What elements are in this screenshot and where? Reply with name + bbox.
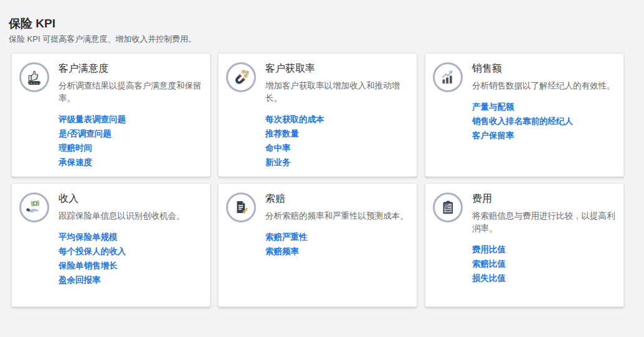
card-description: 跟踪保险单信息以识别创收机会。 [59,210,202,222]
kpi-link[interactable]: 平均保险单规模 [59,230,202,244]
card-title: 索赔 [265,192,409,206]
kpi-link[interactable]: 产量与配额 [472,100,615,114]
clipboard-dollar-icon: $ [433,192,463,222]
kpi-link[interactable]: 费用比值 [472,242,615,257]
kpi-link[interactable]: 理赔时间 [59,141,202,155]
card-title: 客户满意度 [59,62,202,75]
kpi-link[interactable]: 承保速度 [59,155,202,169]
card-links: 平均保险单规模每个投保人的收入保险单销售增长盈余回报率 [59,230,202,287]
card-content: 索赔 分析索赔的频率和严重性以预测成本。 索赔严重性索赔频率 [265,184,417,259]
kpi-link[interactable]: 每个投保人的收入 [59,244,202,259]
kpi-link[interactable]: 盈余回报率 [59,273,202,287]
card-description: 分析销售数据以了解经纪人的有效性。 [472,80,615,92]
card-description: 增加客户获取率以增加收入和推动增长。 [265,80,409,105]
kpi-card-revenue: 收入 跟踪保险单信息以识别创收机会。 平均保险单规模每个投保人的收入保险单销售增… [11,183,211,307]
kpi-link[interactable]: 推荐数量 [265,126,409,141]
kpi-link[interactable]: 索赔比值 [472,257,615,271]
card-links: 费用比值索赔比值损失比值 [472,242,615,285]
kpi-card-customer-acquisition: 客户获取率 增加客户获取率以增加收入和推动增长。 每次获取的成本推荐数量命中率新… [218,53,417,177]
kpi-link[interactable]: 是/否调查问题 [59,126,202,141]
page-subtitle: 保险 KPI 可提高客户满意度、增加收入并控制费用。 [9,34,644,45]
kpi-card-grid: ★★★★★ 客户满意度 分析调查结果以提高客户满意度和保留率。 评级量表调查问题… [11,53,644,307]
magnet-coins-icon [226,62,256,92]
kpi-link[interactable]: 新业务 [265,155,409,169]
card-description: 分析索赔的频率和严重性以预测成本。 [265,210,409,222]
kpi-link[interactable]: 每次获取的成本 [265,112,409,126]
kpi-link[interactable]: 索赔严重性 [265,230,409,244]
card-links: 每次获取的成本推荐数量命中率新业务 [265,112,409,169]
bar-chart-growth-icon [433,62,463,92]
card-description: 将索赔信息与费用进行比较，以提高利润率。 [472,210,615,235]
kpi-link[interactable]: 损失比值 [472,271,615,285]
kpi-link[interactable]: 评级量表调查问题 [59,112,202,126]
page-header: 保险 KPI 保险 KPI 可提高客户满意度、增加收入并控制费用。 [9,17,644,45]
document-pencil-icon [226,192,256,222]
card-title: 销售额 [472,62,615,75]
card-content: 收入 跟踪保险单信息以识别创收机会。 平均保险单规模每个投保人的收入保险单销售增… [59,184,210,287]
thumbs-up-rating-icon: ★★★★★ [19,62,49,92]
card-links: 评级量表调查问题是/否调查问题理赔时间承保速度 [59,112,202,169]
kpi-card-claims: 索赔 分析索赔的频率和严重性以预测成本。 索赔严重性索赔频率 [218,183,417,307]
card-content: 客户满意度 分析调查结果以提高客户满意度和保留率。 评级量表调查问题是/否调查问… [59,54,210,169]
kpi-link[interactable]: 销售收入排名靠前的经纪人 [472,114,615,128]
kpi-card-customer-satisfaction: ★★★★★ 客户满意度 分析调查结果以提高客户满意度和保留率。 评级量表调查问题… [11,53,211,177]
card-links: 索赔严重性索赔频率 [265,230,409,259]
card-content: 客户获取率 增加客户获取率以增加收入和推动增长。 每次获取的成本推荐数量命中率新… [265,54,417,169]
kpi-link[interactable]: 命中率 [265,141,409,155]
card-links: 产量与配额销售收入排名靠前的经纪人客户保留率 [472,100,615,143]
card-title: 收入 [59,192,202,206]
insurance-kpi-page: 保险 KPI 保险 KPI 可提高客户满意度、增加收入并控制费用。 ★★★★★ … [0,17,644,307]
card-content: 销售额 分析销售数据以了解经纪人的有效性。 产量与配额销售收入排名靠前的经纪人客… [472,54,623,143]
kpi-link[interactable]: 索赔频率 [265,244,409,259]
card-title: 费用 [472,192,615,206]
kpi-card-sales: 销售额 分析销售数据以了解经纪人的有效性。 产量与配额销售收入排名靠前的经纪人客… [425,53,624,177]
kpi-link[interactable]: 保险单销售增长 [59,259,202,273]
svg-text:★★★★★: ★★★★★ [27,82,40,85]
card-content: 费用 将索赔信息与费用进行比较，以提高利润率。 费用比值索赔比值损失比值 [472,184,623,285]
hand-money-icon [19,192,49,222]
kpi-card-expenses: $ 费用 将索赔信息与费用进行比较，以提高利润率。 费用比值索赔比值损失比值 [425,183,624,307]
page-title: 保险 KPI [9,17,644,31]
kpi-link[interactable]: 客户保留率 [472,128,615,143]
card-description: 分析调查结果以提高客户满意度和保留率。 [59,80,202,105]
card-title: 客户获取率 [265,62,409,75]
svg-text:$: $ [445,204,447,207]
